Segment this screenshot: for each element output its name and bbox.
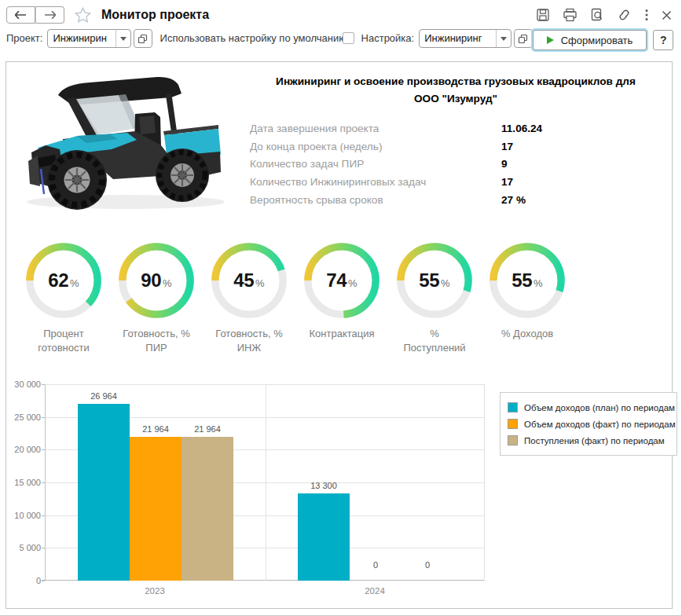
info-row-label: Количество задач ПИР [250, 158, 501, 170]
gauge-label: Готовность, %ПИР [110, 327, 203, 354]
revenue-chart-block: 26 96421 96421 96413 3000005 00010 00015… [14, 377, 664, 605]
open-icon [518, 34, 528, 44]
use-default-label: Использовать настройку по умолчанию: [160, 29, 299, 46]
link-icon[interactable] [617, 8, 632, 22]
legend-swatch [508, 402, 518, 412]
info-row-label: Вероятность срыва сроков [250, 194, 501, 206]
print-preview-icon[interactable] [590, 8, 604, 22]
legend-swatch [508, 435, 518, 446]
project-title: Инжиниринг и освоение производства грузо… [270, 73, 642, 108]
project-combobox[interactable]: Инжинирин [47, 29, 130, 48]
forward-arrow-icon [44, 11, 56, 19]
report-toolbar: Проект: Инжинирин Использовать настройку… [0, 25, 681, 50]
gauge-label: Готовность, %ИНЖ [203, 327, 295, 354]
category-divider [266, 384, 266, 581]
project-value: Инжинирин [48, 30, 116, 47]
info-row-label: До конца проекта (недель) [250, 141, 501, 152]
report-panel: Инжиниринг и освоение производства грузо… [6, 61, 673, 609]
more-icon[interactable] [644, 8, 649, 22]
back-arrow-icon [15, 11, 27, 19]
gauge-label: Контрактация [295, 327, 388, 341]
info-row: Дата завершения проекта11.06.24 [250, 120, 673, 138]
info-row-value: 17 [501, 141, 513, 152]
chart-bar [182, 437, 233, 581]
y-axis-tick [42, 449, 45, 450]
gauge-4: 55%%Поступлений [388, 240, 481, 354]
gauge-value: 74% [295, 240, 388, 321]
info-row-value: 11.06.24 [501, 123, 542, 134]
generate-button-label: Сформировать [561, 35, 633, 46]
plot-area: 26 96421 96421 96413 30000 [45, 384, 485, 581]
project-label: Проект: [6, 29, 42, 48]
gauge-value: 45% [203, 240, 295, 321]
setting-combobox[interactable]: Инжиниринг [419, 29, 512, 48]
gauge-label: % Доходов [481, 327, 574, 341]
info-row-value: 17 [501, 176, 513, 188]
setting-value: Инжиниринг [420, 30, 496, 47]
project-open-button[interactable] [134, 29, 152, 48]
bar-chart: 26 96421 96421 96413 3000005 00010 00015… [14, 377, 495, 605]
info-row-value: 9 [501, 158, 508, 170]
chart-bar [298, 493, 350, 581]
info-row-value: 27 % [501, 194, 526, 206]
favorite-star-icon[interactable] [75, 7, 91, 23]
chevron-down-icon[interactable] [496, 30, 511, 47]
gauge-value: 55% [481, 240, 574, 321]
gauge-value: 90% [110, 240, 203, 321]
gridline [46, 384, 484, 385]
bar-value-label: 21 964 [176, 424, 239, 434]
bar-value-label: 0 [396, 560, 459, 570]
gauge-3: 74%Контрактация [295, 240, 388, 354]
chevron-down-icon[interactable] [116, 30, 130, 47]
y-axis-label: 15 000 [14, 478, 41, 487]
forward-button[interactable] [35, 6, 64, 24]
nav-buttons [6, 6, 64, 24]
setting-open-button[interactable] [514, 29, 533, 48]
open-icon [138, 34, 148, 44]
gauge-2: 45%Готовность, %ИНЖ [203, 240, 295, 354]
titlebar: Монитор проекта [0, 0, 681, 25]
gauge-value: 55% [388, 240, 481, 321]
y-axis-label: 10 000 [14, 511, 41, 520]
project-info: Инжиниринг и освоение производства грузо… [239, 73, 673, 208]
y-axis-label: 5 000 [14, 543, 41, 552]
use-default-checkbox[interactable] [343, 32, 354, 44]
y-axis-tick [42, 384, 45, 385]
y-axis-label: 20 000 [14, 445, 41, 454]
y-axis-tick [42, 581, 45, 581]
legend-label: Поступления (факт) по периодам [524, 436, 665, 446]
titlebar-actions [536, 8, 672, 22]
y-axis-tick [42, 482, 45, 483]
help-button[interactable]: ? [653, 30, 673, 50]
legend-swatch [508, 419, 518, 429]
save-icon[interactable] [536, 8, 550, 22]
info-row: Количество задач ПИР9 [250, 156, 673, 174]
info-row: Количество Инжиниринговых задач17 [250, 173, 673, 191]
info-row: Вероятность срыва сроков27 % [250, 191, 673, 209]
y-axis-tick [42, 548, 45, 548]
back-button[interactable] [6, 6, 35, 24]
project-info-rows: Дата завершения проекта11.06.24До конца … [250, 120, 673, 209]
bar-value-label: 26 964 [72, 391, 135, 401]
legend-label: Объем доходов (план) по периодам [524, 403, 675, 412]
setting-label: Настройка: [361, 29, 415, 48]
y-axis-tick [42, 417, 45, 418]
vehicle-image [17, 67, 233, 218]
app-window: Монитор проекта [0, 0, 682, 616]
gauge-1: 90%Готовность, %ПИР [110, 240, 203, 354]
y-axis-label: 0 [14, 576, 41, 585]
y-axis-label: 30 000 [14, 380, 41, 389]
legend-item: Объем доходов (план) по периодам [508, 399, 669, 416]
legend-item: Объем доходов (факт) по периодам [508, 416, 669, 432]
project-summary: Инжиниринг и освоение производства грузо… [14, 67, 664, 233]
print-icon[interactable] [563, 8, 578, 22]
legend-label: Объем доходов (факт) по периодам [524, 420, 676, 429]
close-icon[interactable] [662, 10, 672, 20]
generate-button[interactable]: Сформировать [533, 30, 647, 50]
legend-item: Поступления (факт) по периодам [508, 432, 669, 449]
y-axis-label: 25 000 [14, 412, 41, 422]
gauge-label: Процентготовности [17, 327, 110, 354]
x-axis-category-label: 2024 [265, 586, 485, 596]
gauge-5: 55%% Доходов [481, 240, 574, 354]
play-icon [547, 36, 554, 44]
